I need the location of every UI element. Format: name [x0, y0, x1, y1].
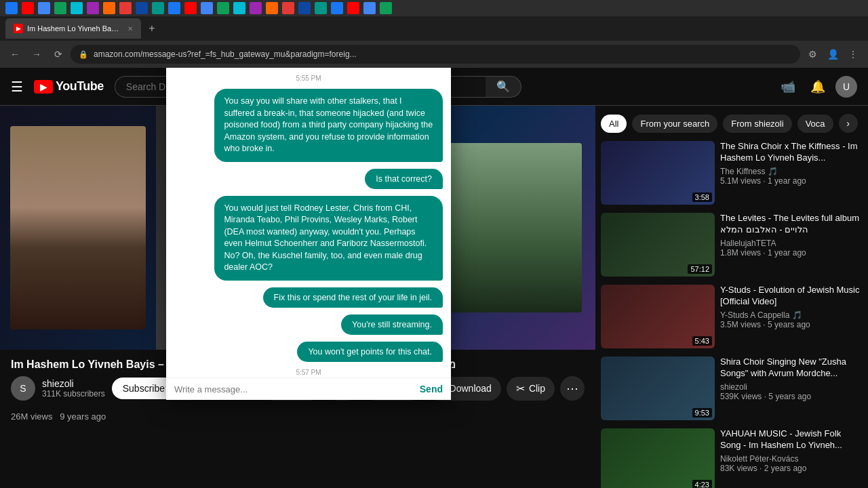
chat-message-5: You're still streaming. — [341, 314, 443, 335]
new-tab-button[interactable]: + — [142, 19, 161, 38]
chat-body: 5:55 PM You say you will share with othe… — [166, 66, 451, 378]
related-videos-list: 3:58 The Shira Choir x The Kiffness - Im… — [601, 138, 863, 488]
channel-avatar[interactable]: S — [11, 376, 35, 401]
bookmark-favicon-24[interactable] — [380, 2, 392, 14]
video-left — [0, 106, 156, 350]
profile-button[interactable]: 👤 — [823, 45, 842, 64]
related-info-2: The Levites - The Levites full album הלו… — [720, 213, 863, 277]
chips-next-button[interactable]: › — [839, 114, 858, 133]
bookmark-favicon-22[interactable] — [347, 2, 359, 14]
tab-close-youtube[interactable]: ✕ — [127, 25, 133, 33]
filter-chips: All From your search From shiezoli Voca … — [601, 111, 863, 138]
bookmark-favicon-13[interactable] — [201, 2, 213, 14]
bookmark-favicon-10[interactable] — [152, 2, 164, 14]
chat-overlay-window: Chat with Amazon Customer Service - Goog… — [166, 20, 451, 400]
notifications-button[interactable]: 🔔 — [806, 75, 830, 99]
related-title-5: YAHUAH MUSIC - Jewish Folk Song - Im Has… — [720, 428, 863, 451]
chip-all[interactable]: All — [601, 115, 627, 133]
youtube-logo-text: YouTube — [56, 79, 104, 94]
related-stats-3: 3.5M views · 5 years ago — [720, 320, 863, 329]
bookmark-favicon-8[interactable] — [119, 2, 132, 14]
bookmark-favicon-11[interactable] — [168, 2, 180, 14]
chat-message-2: Is that correct? — [365, 169, 443, 189]
tab-youtube[interactable]: ▶ Im Hashem Lo Yivneh Bayis - Shira... ✕ — [5, 18, 141, 39]
bookmark-favicon-23[interactable] — [363, 2, 376, 14]
bookmark-favicon-3[interactable] — [38, 2, 50, 14]
related-channel-4: shiezoli — [720, 382, 863, 392]
menu-button[interactable]: ⋮ — [844, 45, 863, 64]
bookmark-favicon-5[interactable] — [71, 2, 83, 14]
menu-icon[interactable]: ☰ — [11, 79, 23, 95]
create-button[interactable]: 📹 — [776, 75, 800, 99]
related-title-2: The Levites - The Levites full album הלו… — [720, 213, 863, 236]
bookmark-favicon-12[interactable] — [184, 2, 197, 14]
chat-message-4: Fix this or spend the rest of your life … — [263, 287, 443, 308]
lock-icon: 🔒 — [79, 50, 88, 59]
tab-title-youtube: Im Hashem Lo Yivneh Bayis - Shira... — [27, 24, 121, 33]
bookmark-favicon-6[interactable] — [87, 2, 99, 14]
related-video-2[interactable]: 57:12 The Levites - The Levites full alb… — [601, 210, 863, 279]
video-age: 9 years ago — [60, 411, 106, 422]
channel-details: shiezoli 311K subscribers — [42, 378, 105, 399]
extensions-button[interactable]: ⚙ — [803, 45, 822, 64]
favicon-bar — [0, 0, 868, 16]
related-video-5[interactable]: 4:23 YAHUAH MUSIC - Jewish Folk Song - I… — [601, 426, 863, 488]
related-channel-3: Y-Studs A Cappella 🎵 — [720, 310, 863, 320]
chip-from-channel[interactable]: From shiezoli — [723, 115, 791, 133]
related-info-1: The Shira Choir x The Kiffness - Im Hash… — [720, 141, 863, 205]
channel-name[interactable]: shiezoli — [42, 378, 105, 389]
video-person-left — [10, 126, 146, 329]
related-title-1: The Shira Choir x The Kiffness - Im Hash… — [720, 141, 863, 164]
back-button[interactable]: ← — [5, 45, 24, 64]
duration-3: 5:43 — [692, 336, 712, 346]
address-bar[interactable]: 🔒 amazon.com/message-us?ref_=fs_hub_gate… — [71, 45, 800, 64]
bookmark-favicon-1[interactable] — [5, 2, 18, 14]
related-thumb-4: 9:53 — [601, 357, 715, 420]
search-button[interactable]: 🔍 — [486, 76, 521, 98]
user-avatar[interactable]: U — [835, 76, 857, 98]
chat-send-button[interactable]: Send — [420, 384, 443, 394]
chat-message-1: You say you will share with other stalke… — [214, 89, 443, 162]
more-options-button[interactable]: ⋯ — [560, 376, 585, 401]
reload-button[interactable]: ⟳ — [49, 45, 68, 64]
related-video-3[interactable]: 5:43 Y-Studs - Evolution of Jewish Music… — [601, 282, 863, 351]
chip-from-search[interactable]: From your search — [632, 115, 717, 133]
toolbar-right-icons: ⚙ 👤 ⋮ — [803, 45, 863, 64]
chat-message-3: You would just tell Rodney Lester, Chris… — [214, 196, 443, 281]
channel-subscribers: 311K subscribers — [42, 389, 105, 399]
youtube-logo[interactable]: ▶ YouTube — [34, 79, 104, 94]
bookmark-favicon-19[interactable] — [298, 2, 311, 14]
bookmark-favicon-14[interactable] — [217, 2, 229, 14]
bookmark-favicon-18[interactable] — [282, 2, 294, 14]
view-count: 26M views — [11, 411, 52, 422]
chat-input-field[interactable] — [174, 384, 414, 394]
related-info-5: YAHUAH MUSIC - Jewish Folk Song - Im Has… — [720, 428, 863, 488]
browser-tabs: ▶ Im Hashem Lo Yivneh Bayis - Shira... ✕… — [0, 16, 868, 41]
bookmark-favicon-7[interactable] — [103, 2, 115, 14]
bookmark-favicon-2[interactable] — [22, 2, 34, 14]
related-thumb-2: 57:12 — [601, 213, 715, 277]
related-channel-5: Nikolett Péter-Kovács — [720, 454, 863, 464]
bookmark-favicon-16[interactable] — [250, 2, 262, 14]
duration-4: 9:53 — [692, 408, 712, 418]
browser-chrome: ▶ Im Hashem Lo Yivneh Bayis - Shira... ✕… — [0, 0, 868, 68]
bookmark-favicon-9[interactable] — [136, 2, 148, 14]
related-stats-2: 1.8M views · 1 year ago — [720, 248, 863, 258]
related-video-4[interactable]: 9:53 Shira Choir Singing New "Zusha Song… — [601, 354, 863, 423]
related-thumb-5: 4:23 — [601, 428, 715, 488]
chip-voca[interactable]: Voca — [797, 115, 833, 133]
bookmark-favicon-20[interactable] — [315, 2, 327, 14]
clip-button[interactable]: ✂ Clip — [507, 377, 555, 401]
youtube-logo-icon: ▶ — [34, 80, 53, 94]
header-right: 📹 🔔 U — [776, 75, 857, 99]
bookmark-favicon-21[interactable] — [331, 2, 343, 14]
forward-button[interactable]: → — [27, 45, 46, 64]
chat-timestamp-2: 5:57 PM — [174, 369, 443, 376]
address-text: amazon.com/message-us?ref_=fs_hub_gatewa… — [94, 49, 357, 59]
clip-label: Clip — [529, 383, 545, 394]
bookmark-favicon-15[interactable] — [233, 2, 245, 14]
video-stats: 26M views 9 years ago — [0, 409, 595, 427]
bookmark-favicon-4[interactable] — [54, 2, 66, 14]
bookmark-favicon-17[interactable] — [266, 2, 278, 14]
related-video-1[interactable]: 3:58 The Shira Choir x The Kiffness - Im… — [601, 138, 863, 207]
